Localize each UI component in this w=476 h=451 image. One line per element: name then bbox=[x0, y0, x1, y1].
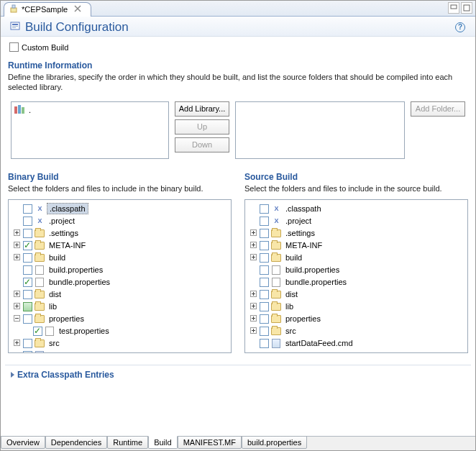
tree-row[interactable]: .settings bbox=[248, 227, 464, 240]
tree-checkbox[interactable] bbox=[260, 290, 269, 299]
tree-row[interactable]: build.properties bbox=[12, 264, 228, 276]
editor-tab-active[interactable]: *CEPSample bbox=[4, 2, 91, 17]
tree-checkbox[interactable] bbox=[33, 327, 42, 336]
tree-checkbox[interactable] bbox=[260, 241, 269, 250]
tree-row[interactable]: build bbox=[248, 252, 464, 264]
tree-checkbox[interactable] bbox=[23, 290, 32, 299]
expander-icon[interactable] bbox=[248, 253, 258, 263]
tree-row[interactable]: bundle.properties bbox=[248, 276, 464, 288]
close-icon[interactable] bbox=[73, 4, 83, 14]
tree-checkbox[interactable] bbox=[260, 265, 269, 275]
folder-icon bbox=[34, 252, 45, 263]
tree-checkbox[interactable] bbox=[23, 278, 32, 287]
expander-icon[interactable] bbox=[12, 302, 22, 311]
tree-checkbox[interactable] bbox=[260, 327, 269, 336]
bottom-tab-overview[interactable]: Overview bbox=[1, 436, 45, 449]
tree-row[interactable]: .settings bbox=[12, 227, 228, 240]
custom-build-checkbox[interactable] bbox=[9, 42, 19, 52]
tree-checkbox[interactable] bbox=[260, 217, 269, 226]
source-tree[interactable]: X.classpathX.project.settingsMETA-INFbui… bbox=[244, 199, 468, 353]
title-row: Build Configuration ? bbox=[1, 17, 475, 37]
folder-icon bbox=[270, 228, 282, 238]
tree-row[interactable]: dist bbox=[248, 288, 464, 301]
expander-icon[interactable] bbox=[248, 290, 258, 299]
bottom-tab-dependencies[interactable]: Dependencies bbox=[45, 436, 107, 449]
tree-row[interactable]: startDataFeed.cmd bbox=[12, 350, 228, 353]
tree-row[interactable]: bundle.properties bbox=[12, 276, 228, 288]
tree-row[interactable]: META-INF bbox=[12, 240, 228, 252]
tree-checkbox[interactable] bbox=[260, 278, 269, 287]
tree-checkbox[interactable] bbox=[23, 351, 32, 353]
tree-row[interactable]: lib bbox=[248, 301, 464, 313]
tree-row[interactable]: test.properties bbox=[12, 325, 228, 337]
bottom-tab-runtime[interactable]: Runtime bbox=[107, 436, 148, 449]
tree-row[interactable]: dist bbox=[12, 288, 228, 301]
binary-tree[interactable]: X.classpathX.project.settingsMETA-INFbui… bbox=[8, 199, 232, 353]
tree-checkbox[interactable] bbox=[23, 314, 32, 324]
maximize-button[interactable] bbox=[461, 2, 472, 14]
expander-icon[interactable] bbox=[12, 253, 22, 263]
bottom-tab-manifest-mf[interactable]: MANIFEST.MF bbox=[178, 436, 242, 449]
tree-checkbox[interactable] bbox=[260, 302, 269, 311]
expander-icon[interactable] bbox=[12, 339, 22, 348]
tree-row[interactable]: X.classpath bbox=[12, 203, 228, 215]
tree-checkbox[interactable] bbox=[23, 229, 32, 238]
tree-row[interactable]: properties bbox=[248, 313, 464, 325]
add-library-button[interactable]: Add Library... bbox=[175, 101, 229, 117]
down-button[interactable]: Down bbox=[175, 137, 229, 152]
expander-icon[interactable] bbox=[248, 302, 258, 311]
expander-icon[interactable] bbox=[248, 327, 258, 336]
editor-main: Build Configuration ? Custom Build Runti… bbox=[1, 17, 475, 384]
folder-icon bbox=[34, 289, 45, 299]
tree-row[interactable]: src bbox=[12, 337, 228, 350]
tree-item-label: build bbox=[47, 252, 68, 263]
bottom-tab-build[interactable]: Build bbox=[148, 436, 177, 449]
extra-classpath-section[interactable]: Extra Classpath Entries bbox=[5, 365, 471, 384]
svg-rect-0 bbox=[11, 8, 17, 12]
tree-row[interactable]: lib bbox=[12, 301, 228, 313]
tree-row[interactable]: META-INF bbox=[248, 240, 464, 252]
up-button[interactable]: Up bbox=[175, 119, 229, 135]
xml-file-icon: X bbox=[270, 204, 282, 214]
expander-icon[interactable] bbox=[248, 241, 258, 250]
expander-icon[interactable] bbox=[12, 314, 22, 324]
tree-checkbox[interactable] bbox=[23, 265, 32, 275]
tree-row[interactable]: X.classpath bbox=[248, 203, 464, 215]
expander-icon[interactable] bbox=[248, 314, 258, 324]
minimize-button[interactable] bbox=[448, 2, 459, 14]
expander-icon[interactable] bbox=[12, 290, 22, 299]
tree-checkbox[interactable] bbox=[23, 217, 32, 226]
tree-checkbox[interactable] bbox=[260, 204, 269, 214]
libraries-list[interactable]: . bbox=[11, 101, 169, 159]
tree-checkbox[interactable] bbox=[260, 339, 269, 348]
tree-row[interactable]: startDataFeed.cmd bbox=[248, 337, 464, 350]
tree-checkbox[interactable] bbox=[23, 339, 32, 348]
tree-row[interactable]: X.project bbox=[12, 215, 228, 227]
tree-checkbox[interactable] bbox=[260, 314, 269, 324]
tree-checkbox[interactable] bbox=[260, 253, 269, 263]
source-title: Source Build bbox=[244, 172, 468, 182]
expander-icon[interactable] bbox=[248, 229, 258, 238]
tree-checkbox[interactable] bbox=[260, 229, 269, 238]
add-folder-button[interactable]: Add Folder... bbox=[411, 101, 465, 117]
tree-item-label: build bbox=[283, 252, 304, 263]
tree-row[interactable]: properties bbox=[12, 313, 228, 325]
tree-item-label: startDataFeed.cmd bbox=[47, 350, 119, 353]
bottom-tab-build-properties[interactable]: build.properties bbox=[242, 436, 307, 449]
tree-row[interactable]: src bbox=[248, 325, 464, 337]
folder-icon bbox=[270, 252, 282, 263]
tree-row[interactable]: X.project bbox=[248, 215, 464, 227]
tree-checkbox[interactable] bbox=[23, 302, 32, 311]
tree-checkbox[interactable] bbox=[23, 204, 32, 214]
binary-title: Binary Build bbox=[8, 172, 232, 182]
extra-classpath-title[interactable]: Extra Classpath Entries bbox=[11, 370, 465, 380]
tree-checkbox[interactable] bbox=[23, 241, 32, 250]
library-root[interactable]: . bbox=[14, 105, 165, 115]
expander-icon[interactable] bbox=[12, 229, 22, 238]
tree-checkbox[interactable] bbox=[23, 253, 32, 263]
help-icon[interactable]: ? bbox=[455, 22, 465, 32]
tree-row[interactable]: build.properties bbox=[248, 264, 464, 276]
tree-row[interactable]: build bbox=[12, 252, 228, 264]
expander-icon[interactable] bbox=[12, 241, 22, 250]
folders-list[interactable] bbox=[235, 101, 405, 159]
